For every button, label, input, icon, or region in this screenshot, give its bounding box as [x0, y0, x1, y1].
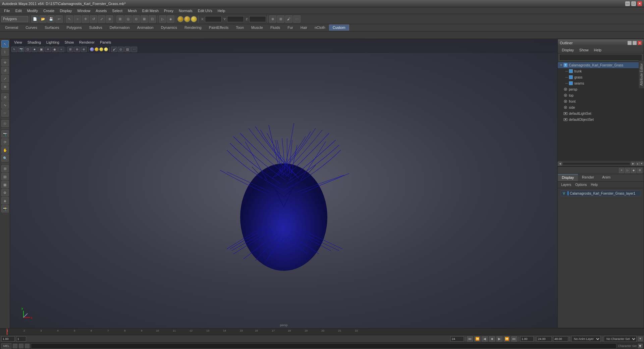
menu-edit-mesh[interactable]: Edit Mesh	[140, 7, 161, 14]
vp-menu-lighting[interactable]: Lighting	[44, 39, 62, 46]
menu-file[interactable]: File	[1, 7, 13, 14]
menu-edit-uvs[interactable]: Edit UVs	[195, 7, 215, 14]
render-icon-btn[interactable]: ▷	[625, 168, 630, 173]
viewport[interactable]: View Shading Lighting Show Renderer Pane…	[10, 39, 557, 328]
cb-tab-anim[interactable]: Anim	[598, 174, 614, 181]
vp-fog-button[interactable]: ≈	[58, 47, 64, 52]
vp-paint-button[interactable]: 🖌	[111, 47, 117, 52]
undo-button[interactable]: ↩	[55, 15, 63, 23]
sculpt-button[interactable]: ∿	[1, 101, 9, 109]
snap-view-button[interactable]: ⊡	[149, 15, 156, 23]
tree-item-defaultlightset[interactable]: ▶ defaultLightSet	[558, 110, 644, 116]
tree-item-side[interactable]: ▶ side	[558, 104, 644, 110]
menu-create[interactable]: Create	[41, 7, 57, 14]
shelf-tab-fluids[interactable]: Fluids	[267, 24, 284, 31]
shelf-tab-muscle[interactable]: Muscle	[248, 24, 267, 31]
select-tool-button[interactable]: ↖	[66, 15, 73, 23]
vp-dot-2[interactable]	[95, 47, 99, 51]
anim-layer-select[interactable]: No Anim Layer	[571, 336, 601, 342]
expand-seams[interactable]: —	[565, 81, 569, 85]
menu-window[interactable]: Window	[74, 7, 93, 14]
options-button[interactable]: ⚙	[1, 189, 9, 196]
select-mode-button[interactable]: ↖	[1, 40, 9, 48]
cb-tab-render[interactable]: Render	[578, 174, 598, 181]
quad-view-button[interactable]: ⊞	[1, 165, 9, 172]
snapshot-button[interactable]: 📸	[1, 205, 9, 212]
scale-mode-button[interactable]: ⤢	[1, 75, 9, 82]
shelf-tab-rendering[interactable]: Rendering	[181, 24, 205, 31]
outliner-maximize[interactable]: □	[633, 41, 637, 45]
render-button[interactable]: ▷	[159, 15, 166, 23]
menu-modify[interactable]: Modify	[24, 7, 41, 14]
scroll-right[interactable]: ▶	[631, 162, 635, 166]
tree-item-grass[interactable]: — grass	[558, 74, 644, 80]
soft-mod-button[interactable]: ⊘	[1, 93, 9, 101]
z-coord-input[interactable]	[249, 16, 266, 22]
color-sphere-1[interactable]	[177, 16, 183, 22]
tree-item-front[interactable]: ▶ front	[558, 98, 644, 104]
outliner-minimize[interactable]: —	[628, 41, 632, 45]
outliner-display-menu[interactable]: Display	[559, 48, 577, 52]
vp-menu-view[interactable]: View	[11, 39, 25, 46]
vp-texture-button[interactable]: ▣	[38, 47, 44, 52]
script-icon-2[interactable]	[19, 344, 23, 348]
shelf-tab-fur[interactable]: Fur	[284, 24, 297, 31]
snap-grid-button[interactable]: ⊞	[116, 15, 124, 23]
snap-curve-button[interactable]: ◎	[124, 15, 132, 23]
pan-button[interactable]: ✋	[1, 146, 9, 154]
vp-manip-button[interactable]: ⊕	[81, 47, 87, 52]
menu-normals[interactable]: Normals	[176, 7, 195, 14]
scroll-down[interactable]: ▼	[640, 162, 644, 166]
char-set-select[interactable]: No Character Set	[604, 336, 637, 342]
move-tool-button[interactable]: ✛	[82, 15, 89, 23]
camera-tool-button[interactable]: 📷	[1, 130, 9, 138]
layer-row[interactable]: V Calamagrostis_Karl_Foerster_Grass_laye…	[560, 190, 641, 196]
outliner-show-menu[interactable]: Show	[577, 48, 591, 52]
shelf-tab-curves[interactable]: Curves	[22, 24, 41, 31]
shelf-tab-animation[interactable]: Animation	[133, 24, 157, 31]
scroll-up[interactable]: ▲	[636, 162, 640, 166]
menu-edit[interactable]: Edit	[13, 7, 24, 14]
vp-camera-button[interactable]: 📷	[18, 47, 24, 52]
soft-select-button[interactable]: ⊗	[269, 15, 276, 23]
char-set-expand-btn[interactable]: ▼	[638, 337, 643, 341]
vp-menu-renderer[interactable]: Renderer	[76, 39, 97, 46]
tree-item-defaultobjectset[interactable]: ▶ defaultObjectSet	[558, 116, 644, 122]
outliner-search[interactable]	[559, 54, 642, 61]
rotate-tool-button[interactable]: ↺	[90, 15, 97, 23]
universal-manip-button[interactable]: ⊕	[1, 83, 9, 90]
layers-icon-btn[interactable]: ≡	[619, 168, 624, 173]
expand-grass[interactable]: —	[565, 75, 569, 79]
cb-menu-options[interactable]: Options	[573, 183, 589, 187]
menu-mesh[interactable]: Mesh	[125, 7, 140, 14]
menu-assets[interactable]: Assets	[93, 7, 109, 14]
cb-menu-help[interactable]: Help	[589, 183, 600, 187]
tree-item-persp[interactable]: ▶ persp	[558, 86, 644, 92]
open-scene-button[interactable]: 📂	[39, 15, 47, 23]
menu-proxy[interactable]: Proxy	[161, 7, 176, 14]
close-button[interactable]: ✕	[637, 1, 642, 6]
scroll-left[interactable]: ◀	[558, 162, 562, 166]
vp-grid-button[interactable]: ⊞	[67, 47, 73, 52]
vp-heads-button[interactable]: ⊗	[74, 47, 80, 52]
start-frame-input[interactable]	[1, 336, 15, 342]
stop-button[interactable]: ■	[489, 336, 495, 342]
vp-shaded-button[interactable]: ■	[32, 47, 38, 52]
shelf-tab-surfaces[interactable]: Surfaces	[41, 24, 63, 31]
tree-item-seams[interactable]: — seams	[558, 80, 644, 86]
vp-menu-panels[interactable]: Panels	[97, 39, 114, 46]
range-start-input[interactable]	[537, 336, 552, 342]
x-coord-input[interactable]	[205, 16, 222, 22]
symmetry-button[interactable]: ⊞	[277, 15, 284, 23]
polygon-selector[interactable]: Polygons	[1, 16, 28, 22]
vp-more-button[interactable]: ⋯	[131, 47, 137, 52]
maximize-button[interactable]: □	[631, 1, 636, 6]
cb-menu-layers[interactable]: Layers	[559, 183, 573, 187]
move-mode-button[interactable]: ✛	[1, 59, 9, 66]
script-input[interactable]	[31, 343, 616, 349]
color-sphere-3[interactable]	[191, 16, 197, 22]
attribute-editor-tab[interactable]: Attribute Editor	[639, 60, 644, 88]
show-manip-button[interactable]: ☉	[1, 120, 9, 127]
rotate-mode-button[interactable]: ↺	[1, 67, 9, 74]
ipr-button[interactable]: ◈	[167, 15, 174, 23]
